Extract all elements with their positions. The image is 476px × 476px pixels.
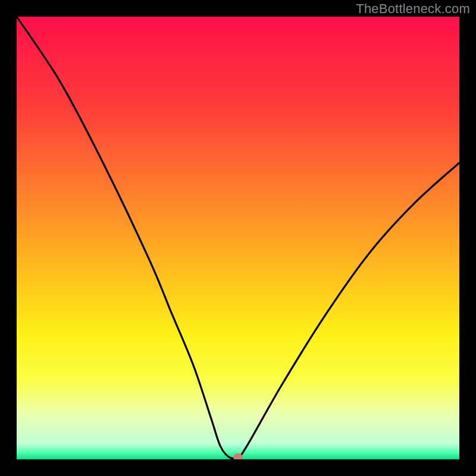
chart-svg (17, 17, 459, 459)
chart-frame: TheBottleneck.com (0, 0, 476, 476)
watermark-text: TheBottleneck.com (356, 1, 470, 17)
plot-area (17, 17, 459, 459)
chart-background (17, 17, 459, 459)
